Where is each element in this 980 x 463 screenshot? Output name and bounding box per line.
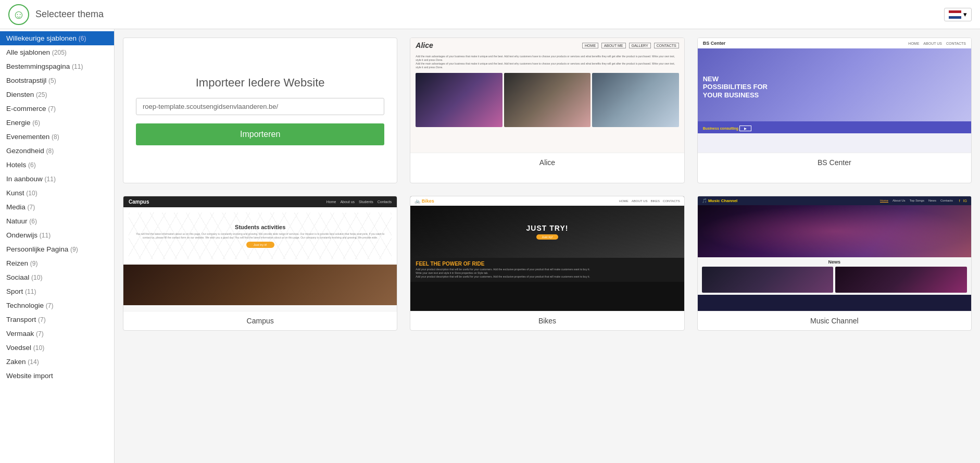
bikes-preview: 🚲 Bikes HOME ABOUT US BIKES CONTACTS JUS…: [410, 196, 684, 311]
page-title: Selecteer thema: [35, 9, 104, 20]
bikes-section: FEEL THE POWER OF RIDE Add your product …: [410, 258, 684, 282]
sidebar-item-voedsel[interactable]: Voedsel (10): [0, 341, 114, 355]
header: ☺ Selecteer thema ▾: [0, 0, 980, 29]
bikes-section-text: Add your product description that will b…: [416, 268, 679, 279]
bikes-hero: JUST TRY! Just try!: [410, 206, 684, 258]
bikes-hero-title: JUST TRY!: [526, 224, 569, 232]
sidebar-item-label: Alle sjablonen: [6, 48, 50, 56]
sidebar-item-label: Bootstrapstijl: [6, 77, 46, 84]
bikes-hero-btn: Just try!: [536, 234, 558, 240]
chevron-down-icon: ▾: [963, 10, 967, 18]
music-news-photo-2: [835, 267, 967, 293]
sidebar-item-diensten[interactable]: Diensten (25): [0, 87, 114, 102]
template-card-music[interactable]: 🎵 Music Channel Home About Us Top Songs …: [697, 196, 972, 331]
alice-photo-1: [416, 73, 502, 127]
bscenter-hero: NEWPOSSIBILITIES FORYOUR BUSINESS: [698, 48, 971, 121]
alice-logo: Alice: [416, 41, 433, 49]
sidebar-item-label: Kunst: [6, 189, 24, 197]
sidebar-item-sociaal[interactable]: Sociaal (10): [0, 270, 114, 284]
sidebar-item-label: Bestemmingspagina: [6, 62, 70, 70]
import-card: Importeer Iedere Website Importeren: [123, 37, 397, 183]
sidebar-item-reizen[interactable]: Reizen (9): [0, 256, 114, 270]
template-card-campus[interactable]: Campus Home About us Students Contacts S…: [123, 196, 397, 331]
content-grid: Importeer Iedere Website Importeren Alic…: [115, 29, 980, 463]
campus-title: Students activities: [235, 224, 285, 230]
sidebar-item-onderwijs[interactable]: Onderwijs (11): [0, 228, 114, 242]
sidebar-item-kunst[interactable]: Kunst (10): [0, 186, 114, 200]
sidebar-item-count: (8): [46, 147, 54, 155]
bscenter-tag: Business consulting ▶: [698, 121, 971, 133]
sidebar-item-count: (11): [25, 288, 36, 295]
bscenter-nav: BS Center HOME ABOUT US CONTACTS: [698, 38, 971, 48]
sidebar-item-label: Website import: [6, 372, 53, 380]
music-hero: [698, 205, 971, 257]
sidebar-item-bootstrapstijl[interactable]: Bootstrapstijl (5): [0, 73, 114, 87]
sidebar-item-label: Technologie: [6, 302, 44, 309]
import-url-input[interactable]: [136, 98, 384, 115]
bscenter-nav-links: HOME ABOUT US CONTACTS: [908, 42, 966, 45]
sidebar-item-label: Reizen: [6, 259, 28, 267]
alice-nav: Alice HOME ABOUT ME GALLERY CONTACTS: [410, 38, 684, 53]
bscenter-hero-text: NEWPOSSIBILITIES FORYOUR BUSINESS: [703, 75, 966, 99]
alice-label: Alice: [410, 153, 684, 172]
music-news: News: [698, 257, 971, 295]
sidebar-item-label: Evenementen: [6, 133, 49, 141]
alice-nav-links: HOME ABOUT ME GALLERY CONTACTS: [582, 43, 679, 48]
sidebar-item-count: (10): [26, 190, 37, 197]
music-preview: 🎵 Music Channel Home About Us Top Songs …: [698, 196, 971, 311]
sidebar-item-count: (25): [36, 91, 47, 98]
sidebar-item-count: (9): [70, 246, 78, 253]
bikes-logo: 🚲 Bikes: [414, 198, 434, 204]
alice-photo-3: [592, 73, 679, 127]
campus-btn: Just try it!: [246, 242, 274, 248]
sidebar-item-count: (10): [33, 344, 44, 352]
language-selector[interactable]: ▾: [944, 8, 972, 21]
header-left: ☺ Selecteer thema: [8, 4, 104, 25]
sidebar-item-label: Transport: [6, 316, 36, 323]
template-card-bikes[interactable]: 🚲 Bikes HOME ABOUT US BIKES CONTACTS JUS…: [410, 196, 684, 331]
alice-text: Add the main advantages of your business…: [410, 53, 684, 71]
sidebar-item-zaken[interactable]: Zaken (14): [0, 355, 114, 369]
sidebar-item-label: Diensten: [6, 91, 34, 98]
import-button[interactable]: Importeren: [136, 123, 384, 145]
sidebar-item-count: (5): [48, 77, 56, 84]
sidebar-item-count: (7): [28, 204, 35, 211]
sidebar-item-count: (6): [29, 218, 37, 225]
sidebar-item-count: (8): [52, 133, 59, 141]
sidebar-item-transport[interactable]: Transport (7): [0, 312, 114, 327]
sidebar-item-willekeurige[interactable]: Willekeurige sjablonen (6): [0, 31, 114, 45]
campus-preview: Campus Home About us Students Contacts S…: [123, 196, 397, 311]
sidebar-item-ecommerce[interactable]: E-commerce (7): [0, 102, 114, 116]
music-news-title: News: [702, 259, 967, 265]
campus-text: You will find the latest information abo…: [133, 232, 387, 240]
sidebar-item-vermaak[interactable]: Vermaak (7): [0, 327, 114, 341]
sidebar-item-label: Hotels: [6, 161, 26, 169]
template-card-alice[interactable]: Alice HOME ABOUT ME GALLERY CONTACTS Add…: [410, 37, 684, 183]
campus-nav: Campus Home About us Students Contacts: [123, 196, 397, 207]
sidebar-item-persoonlijke[interactable]: Persoonlijke Pagina (9): [0, 242, 114, 256]
sidebar-item-natuur[interactable]: Natuur (6): [0, 214, 114, 228]
sidebar-item-evenementen[interactable]: Evenementen (8): [0, 130, 114, 144]
sidebar-item-bestemmingspagina[interactable]: Bestemmingspagina (11): [0, 59, 114, 73]
alice-photo-2: [504, 73, 590, 127]
import-title: Importeer Iedere Website: [196, 76, 325, 90]
sidebar-item-count: (11): [40, 232, 51, 239]
flag-nl-icon: [949, 10, 961, 19]
sidebar-item-label: Media: [6, 203, 26, 211]
sidebar-item-technologie[interactable]: Technologie (7): [0, 298, 114, 312]
sidebar-item-gezondheid[interactable]: Gezondheid (8): [0, 144, 114, 158]
sidebar-item-media[interactable]: Media (7): [0, 200, 114, 214]
sidebar-item-hotels[interactable]: Hotels (6): [0, 158, 114, 172]
sidebar-item-inaanbouw[interactable]: In aanbouw (11): [0, 172, 114, 186]
sidebar-item-count: (11): [72, 63, 83, 70]
sidebar-item-count: (7): [38, 316, 46, 323]
template-card-bscenter[interactable]: BS Center HOME ABOUT US CONTACTS NEWPOSS…: [697, 37, 972, 183]
sidebar-item-sport[interactable]: Sport (11): [0, 284, 114, 298]
header-right: ▾: [944, 8, 972, 21]
sidebar-item-websiteimport[interactable]: Website import: [0, 369, 114, 383]
sidebar-item-energie[interactable]: Energie (6): [0, 116, 114, 130]
sidebar-item-alle[interactable]: Alle sjablonen (205): [0, 45, 114, 59]
music-hero-overlay: [698, 205, 971, 257]
sidebar-item-count: (14): [28, 358, 39, 366]
sidebar-item-label: Natuur: [6, 217, 28, 225]
